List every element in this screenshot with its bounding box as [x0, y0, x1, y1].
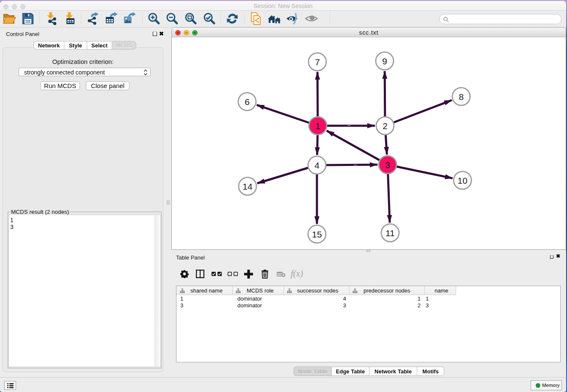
- svg-text:7: 7: [315, 57, 320, 67]
- svg-text:8: 8: [459, 92, 464, 102]
- svg-text:6: 6: [245, 97, 250, 107]
- svg-text:14: 14: [242, 182, 253, 191]
- svg-text:2: 2: [383, 121, 388, 131]
- svg-text:9: 9: [382, 56, 387, 66]
- svg-text:3: 3: [385, 160, 390, 170]
- svg-text:15: 15: [312, 229, 322, 239]
- svg-text:10: 10: [457, 176, 467, 185]
- svg-text:4: 4: [314, 160, 319, 170]
- svg-text:1: 1: [315, 121, 320, 131]
- svg-text:11: 11: [385, 228, 395, 238]
